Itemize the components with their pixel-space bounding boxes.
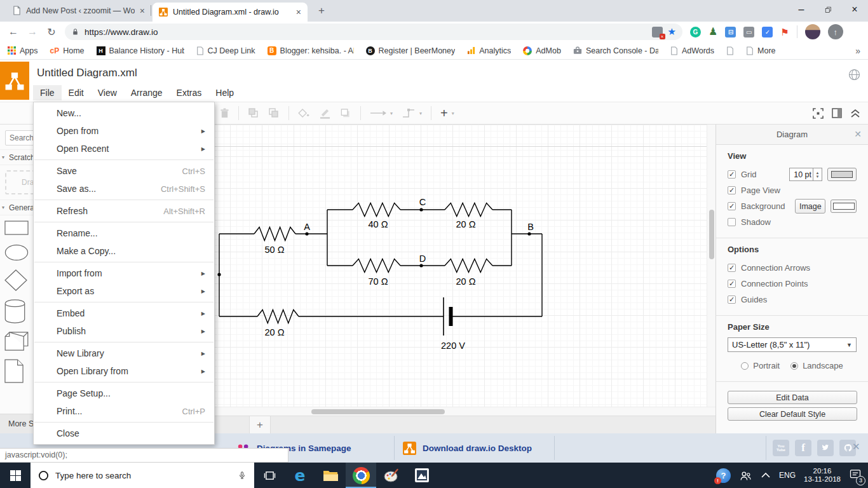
menu-help[interactable]: Help xyxy=(208,85,241,100)
ellipse-shape[interactable] xyxy=(4,244,29,261)
document-shape[interactable] xyxy=(4,359,24,383)
add-page-button[interactable]: + xyxy=(249,416,271,434)
taskbar-clock[interactable]: 20:1613-11-2018 xyxy=(804,467,841,484)
url-text[interactable]: https://www.draw.io xyxy=(85,27,647,37)
scrollbar-thumb[interactable] xyxy=(709,210,714,259)
edit-data-button[interactable]: Edit Data xyxy=(728,391,857,404)
forward-icon[interactable]: → xyxy=(23,26,42,37)
menu-item-open-from[interactable]: Open from▶ xyxy=(34,122,214,140)
background-image-button[interactable]: Image xyxy=(795,199,825,214)
window-minimize-button[interactable]: – xyxy=(788,0,815,19)
task-view-button[interactable] xyxy=(254,463,285,488)
to-back-icon[interactable] xyxy=(268,107,280,119)
connection-arrows-checkbox[interactable] xyxy=(728,264,736,272)
chrome-update-icon[interactable]: ↑ xyxy=(828,24,843,39)
rectangle-shape[interactable] xyxy=(4,220,29,236)
dismiss-footer-icon[interactable]: ✕ xyxy=(852,441,860,452)
page-view-checkbox[interactable] xyxy=(728,186,736,194)
bookmark-cpanel-home[interactable]: cP Home xyxy=(50,46,85,55)
paper-size-select[interactable]: US-Letter (8,5" x 11") ▼ xyxy=(728,337,857,352)
menu-file[interactable]: File xyxy=(33,85,62,100)
menu-edit[interactable]: Edit xyxy=(62,85,91,100)
menu-item-import-from[interactable]: Import from▶ xyxy=(34,264,214,282)
close-panel-icon[interactable]: ✕ xyxy=(854,129,862,139)
menu-item-save-as[interactable]: Save as...Ctrl+Shift+S xyxy=(34,180,214,198)
menu-item-publish[interactable]: Publish▶ xyxy=(34,322,214,340)
menu-item-new-library[interactable]: New Library▶ xyxy=(34,344,214,362)
landscape-radio[interactable] xyxy=(790,362,798,370)
document-title[interactable]: Untitled Diagram.xml xyxy=(37,67,137,79)
grammarly-icon[interactable]: G xyxy=(690,27,701,37)
edge-taskbar-button[interactable]: e xyxy=(285,463,315,488)
menu-item-page-setup[interactable]: Page Setup... xyxy=(34,384,214,402)
menu-item-refresh[interactable]: RefreshAlt+Shift+R xyxy=(34,202,214,220)
browser-tab-drawio[interactable]: Untitled Diagram.xml - draw.io × xyxy=(153,3,308,22)
wallet-extension-icon[interactable]: ▭ xyxy=(743,27,754,37)
tab-close-icon[interactable]: × xyxy=(140,6,145,15)
browser-tab-wordpress[interactable]: Add New Post ‹ zzoomit — Word × xyxy=(6,0,151,21)
grid-color-swatch[interactable] xyxy=(827,168,857,181)
show-hidden-icons-chevron[interactable] xyxy=(761,471,771,479)
language-globe-icon[interactable] xyxy=(848,69,860,83)
menu-item-embed[interactable]: Embed▶ xyxy=(34,304,214,322)
microphone-icon[interactable] xyxy=(238,470,247,481)
bookmark-untitled[interactable] xyxy=(726,46,734,55)
scrollbar-thumb[interactable] xyxy=(311,409,445,414)
start-button[interactable] xyxy=(0,463,31,488)
tab-close-icon[interactable]: × xyxy=(296,8,301,17)
menu-item-close[interactable]: Close xyxy=(34,424,214,442)
bookmark-blogger[interactable]: B Blogger: kehsiba. - Al xyxy=(268,46,354,55)
bookmark-beermoney[interactable]: B Register | BeerMoney xyxy=(366,46,456,55)
menu-extras[interactable]: Extras xyxy=(170,85,209,100)
cube-shape[interactable] xyxy=(4,332,29,351)
chess-pawn-icon[interactable]: ♟ xyxy=(709,27,717,37)
circuit-diagram[interactable]: 50 Ω 40 Ω 20 Ω 70 Ω 20 Ω 20 Ω 220 V A B … xyxy=(135,125,707,407)
cylinder-shape[interactable] xyxy=(4,299,25,323)
chrome-taskbar-button[interactable] xyxy=(346,463,376,488)
tag-extension-icon[interactable]: ⊟ xyxy=(725,27,736,37)
omnibox[interactable]: https://www.draw.io × ★ xyxy=(65,24,682,40)
window-close-button[interactable]: × xyxy=(841,0,868,19)
delete-icon[interactable] xyxy=(220,108,229,119)
new-tab-button[interactable]: + xyxy=(314,4,329,17)
stepper-arrows-icon[interactable]: ▲▼ xyxy=(813,168,822,180)
language-indicator[interactable]: ENG xyxy=(779,471,796,480)
shadow-icon[interactable] xyxy=(340,108,351,119)
bookmark-more[interactable]: More xyxy=(746,46,775,55)
guides-checkbox[interactable] xyxy=(728,295,736,304)
format-panel-title-tab[interactable]: Diagram ✕ xyxy=(716,125,868,145)
bookmark-star-icon[interactable]: ★ xyxy=(668,26,676,37)
menu-item-print[interactable]: Print...Ctrl+P xyxy=(34,402,214,420)
format-panel-toggle-icon[interactable] xyxy=(832,108,842,118)
menu-item-open-recent[interactable]: Open Recent▶ xyxy=(34,140,214,158)
connection-style-icon[interactable] xyxy=(370,109,386,117)
file-explorer-taskbar-button[interactable] xyxy=(315,463,346,488)
menu-item-make-a-copy[interactable]: Make a Copy... xyxy=(34,242,214,260)
bookmark-admob[interactable]: AdMob xyxy=(523,46,561,55)
menu-item-open-library-from[interactable]: Open Library from▶ xyxy=(34,362,214,380)
reload-icon[interactable]: ↻ xyxy=(42,26,61,38)
insert-icon[interactable]: + xyxy=(440,107,448,119)
grid-size-input[interactable] xyxy=(790,168,813,180)
diamond-shape[interactable] xyxy=(4,269,27,291)
canvas-vertical-scrollbar[interactable] xyxy=(707,125,715,407)
fill-color-icon[interactable] xyxy=(298,108,310,119)
photos-taskbar-button[interactable] xyxy=(407,463,437,488)
check-extension-icon[interactable]: ✓ xyxy=(762,27,773,37)
menu-arrange[interactable]: Arrange xyxy=(124,85,170,100)
background-color-swatch[interactable] xyxy=(831,200,857,213)
grid-size-stepper[interactable]: ▲▼ xyxy=(789,168,822,181)
connection-points-checkbox[interactable] xyxy=(728,280,736,288)
grid-checkbox[interactable] xyxy=(728,170,736,179)
menu-item-new[interactable]: New... xyxy=(34,104,214,122)
action-center-button[interactable]: 3 xyxy=(849,468,862,483)
flag-extension-icon[interactable]: ⚑ xyxy=(780,27,789,37)
bookmark-balance-history[interactable]: H Balance History - Hub xyxy=(97,46,184,55)
to-front-icon[interactable] xyxy=(248,107,259,119)
paint-taskbar-button[interactable] xyxy=(376,463,407,488)
clear-default-style-button[interactable]: Clear Default Style xyxy=(728,407,857,421)
menu-view[interactable]: View xyxy=(91,85,124,100)
bookmark-apps[interactable]: Apps xyxy=(8,46,38,55)
bookmark-analytics[interactable]: Analytics xyxy=(467,46,511,55)
window-restore-button[interactable] xyxy=(815,0,841,19)
